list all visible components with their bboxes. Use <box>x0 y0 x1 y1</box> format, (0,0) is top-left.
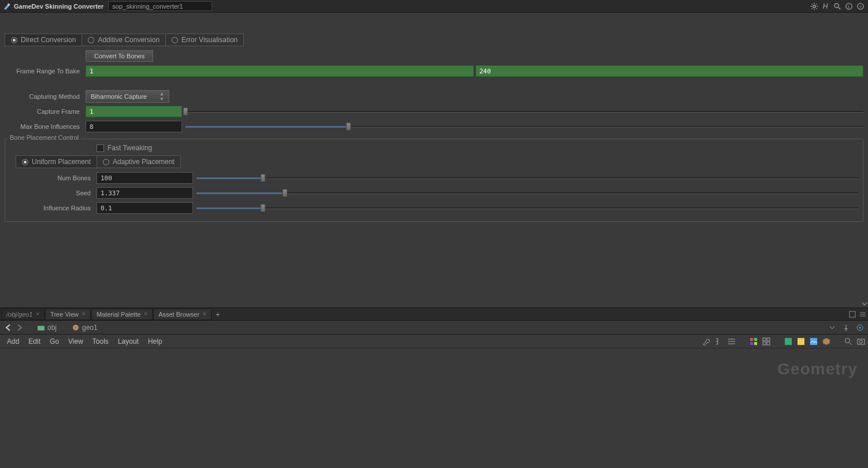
svg-rect-17 <box>750 342 753 345</box>
slider-thumb[interactable] <box>260 204 265 212</box>
tab-label: Asset Browser <box>158 311 199 318</box>
svg-line-4 <box>839 7 841 9</box>
menu-add[interactable]: Add <box>2 336 24 347</box>
placement-tabs: Uniform Placement Adaptive Placement <box>16 155 181 168</box>
breadcrumb-bar: obj 〉 geo1 <box>0 321 868 335</box>
breadcrumb-obj[interactable]: obj <box>32 322 61 333</box>
capture-frame-slider[interactable] <box>186 107 863 116</box>
slider-thumb[interactable] <box>183 107 188 116</box>
target-icon[interactable] <box>854 322 866 333</box>
menu-tools[interactable]: Tools <box>88 336 113 347</box>
tab-tree-view[interactable]: Tree View × <box>45 309 91 320</box>
dropdown-icon[interactable] <box>826 322 838 333</box>
screenshot-icon[interactable] <box>856 337 866 346</box>
menu-go[interactable]: Go <box>45 336 64 347</box>
wrench-icon[interactable] <box>702 337 711 346</box>
radio-off-icon <box>103 159 109 165</box>
folder-icon <box>37 324 45 332</box>
search-icon[interactable] <box>844 337 853 346</box>
svg-rect-24 <box>797 338 804 345</box>
pin-icon[interactable] <box>840 322 852 333</box>
node-name-field[interactable] <box>108 1 212 11</box>
svg-rect-9 <box>850 311 855 317</box>
tab-material-palette[interactable]: Material Palette × <box>91 309 153 320</box>
seed-slider[interactable] <box>196 189 858 197</box>
svg-point-14 <box>859 326 861 328</box>
network-pane: /obj/geo1 × Tree View × Material Palette… <box>0 307 868 468</box>
close-icon[interactable]: × <box>144 311 147 317</box>
close-icon[interactable]: × <box>82 311 86 317</box>
pane-tab-bar: /obj/geo1 × Tree View × Material Palette… <box>0 308 868 321</box>
help-icon[interactable]: ? <box>855 1 866 12</box>
svg-point-26 <box>845 338 850 343</box>
influence-radius-input[interactable] <box>97 202 193 214</box>
convert-to-bones-button[interactable]: Convert To Bones <box>86 50 153 62</box>
seed-input[interactable] <box>97 187 193 199</box>
max-bone-influences-slider[interactable] <box>186 122 863 131</box>
frame-start-input[interactable] <box>86 65 474 77</box>
tree-icon[interactable] <box>714 337 724 346</box>
capture-frame-input[interactable] <box>86 106 182 117</box>
radio-on-icon <box>22 159 28 165</box>
radio-off-icon <box>172 37 178 43</box>
label-max-bone-influences: Max Bone Influences <box>5 123 86 130</box>
menu-help[interactable]: Help <box>143 336 167 347</box>
close-icon[interactable]: × <box>36 311 39 317</box>
svg-rect-22 <box>767 342 770 345</box>
tab-uniform-placement[interactable]: Uniform Placement <box>16 156 97 168</box>
breadcrumb-geo1[interactable]: geo1 <box>67 322 102 333</box>
grid-color-icon[interactable] <box>749 337 758 346</box>
box-icon[interactable] <box>822 337 831 346</box>
tab-obj-geo1[interactable]: /obj/geo1 × <box>1 309 44 320</box>
tab-direct-conversion[interactable]: Direct Conversion <box>5 34 82 46</box>
tab-label: /obj/geo1 <box>6 311 32 318</box>
node-type-title: GameDev Skinning Converter <box>14 3 103 10</box>
menu-icon[interactable] <box>859 310 867 318</box>
influence-radius-slider[interactable] <box>196 204 858 212</box>
tab-additive-conversion[interactable]: Additive Conversion <box>82 34 166 46</box>
search-icon[interactable] <box>832 1 843 12</box>
slider-thumb[interactable] <box>283 189 288 197</box>
tab-label: Tree View <box>50 311 79 318</box>
tab-asset-browser[interactable]: Asset Browser × <box>153 309 212 320</box>
geo-icon <box>72 324 80 332</box>
num-bones-input[interactable] <box>97 172 193 184</box>
context-label: Geometry <box>777 360 858 378</box>
maximize-icon[interactable] <box>848 310 856 318</box>
flag-icon[interactable] <box>784 337 793 346</box>
slider-thumb[interactable] <box>346 122 351 131</box>
svg-rect-10 <box>38 326 44 330</box>
network-view[interactable]: Geometry <box>0 348 868 468</box>
svg-rect-19 <box>763 338 766 341</box>
note-icon[interactable] <box>796 337 806 346</box>
info-icon[interactable]: i <box>844 1 854 12</box>
menu-layout[interactable]: Layout <box>113 336 143 347</box>
chevron-right-icon: 〉 <box>61 324 67 332</box>
list-icon[interactable] <box>727 337 736 346</box>
grid-icon[interactable] <box>762 337 771 346</box>
back-icon[interactable] <box>2 322 14 333</box>
num-bones-slider[interactable] <box>196 174 858 182</box>
tab-error-visualisation[interactable]: Error Visualisation <box>166 34 243 46</box>
breadcrumb-label: geo1 <box>82 324 98 332</box>
add-tab-button[interactable]: + <box>212 309 224 320</box>
houdini-h-icon[interactable]: H <box>821 1 831 12</box>
tab-label: Material Palette <box>97 311 140 318</box>
fast-tweaking-checkbox[interactable] <box>97 144 104 152</box>
gear-icon[interactable] <box>809 1 819 12</box>
frame-end-input[interactable] <box>476 65 864 77</box>
svg-point-1 <box>813 5 815 7</box>
tab-adaptive-placement[interactable]: Adaptive Placement <box>97 156 180 168</box>
slider-thumb[interactable] <box>260 174 265 182</box>
capturing-method-dropdown[interactable]: Biharmonic Capture ▲▼ <box>86 90 169 103</box>
scroll-down-indicator[interactable] <box>861 30 868 307</box>
close-icon[interactable]: × <box>203 311 206 317</box>
label-influence-radius: Influence Radius <box>10 205 97 211</box>
label-fast-tweaking: Fast Tweaking <box>107 144 152 152</box>
menu-view[interactable]: View <box>64 336 88 347</box>
max-bone-influences-input[interactable] <box>86 121 182 132</box>
forward-icon[interactable] <box>14 322 25 333</box>
tab-label: Adaptive Placement <box>113 158 175 166</box>
menu-edit[interactable]: Edit <box>24 336 45 347</box>
image-icon[interactable] <box>809 337 818 346</box>
